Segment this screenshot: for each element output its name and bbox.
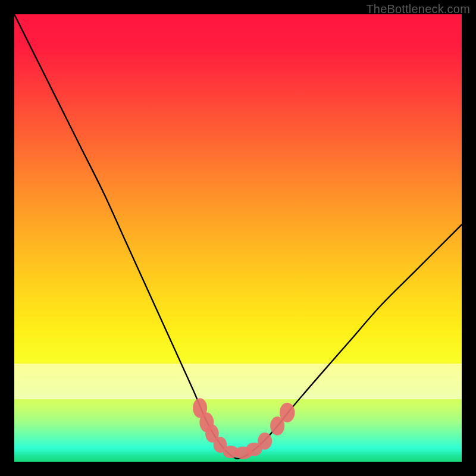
- plot-area: [14, 14, 462, 462]
- trough-marker-7: [258, 433, 272, 450]
- curve-overlay: [14, 14, 462, 462]
- bottleneck-curve: [14, 14, 462, 459]
- chart-frame: TheBottleneck.com: [0, 0, 476, 476]
- trough-marker-9: [280, 403, 295, 422]
- watermark-text: TheBottleneck.com: [366, 2, 470, 16]
